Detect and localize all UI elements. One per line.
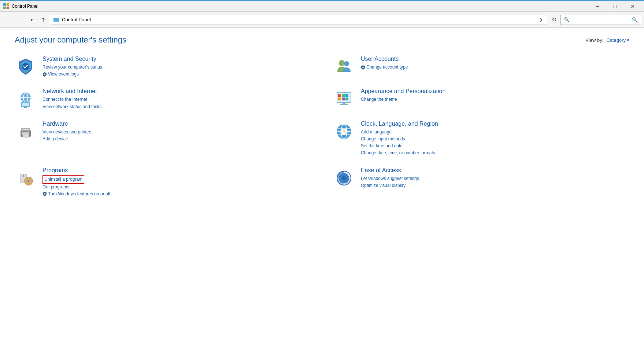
svg-rect-33 xyxy=(22,129,29,130)
link-connect-internet[interactable]: Connect to the Internet xyxy=(42,96,311,103)
link-change-date-formats[interactable]: Change date, time, or number formats xyxy=(361,150,629,157)
dropdown-recent-button[interactable]: ▾ xyxy=(26,15,37,25)
back-button[interactable]: ← xyxy=(3,15,13,25)
svg-rect-6 xyxy=(53,18,55,19)
title-bar-left: Control Panel xyxy=(3,3,38,10)
link-change-account-type[interactable]: Change account type xyxy=(361,64,629,71)
svg-point-53 xyxy=(44,193,46,195)
refresh-button[interactable]: ↻ xyxy=(549,15,559,25)
view-by-dropdown[interactable]: Category ▾ xyxy=(606,37,629,43)
view-by-label: View by: xyxy=(585,37,603,43)
svg-rect-29 xyxy=(340,104,348,105)
title-bar-title: Control Panel xyxy=(12,4,38,9)
category-ease-of-access: Ease of Access Let Windows suggest setti… xyxy=(333,167,629,198)
svg-rect-19 xyxy=(24,107,27,108)
search-input[interactable] xyxy=(564,17,630,22)
page-title: Adjust your computer's settings xyxy=(15,35,126,45)
shield-small-icon xyxy=(42,72,47,77)
main-header: Adjust your computer's settings View by:… xyxy=(15,35,629,45)
title-bar: Control Panel − □ ✕ xyxy=(0,0,644,12)
svg-point-51 xyxy=(28,180,29,182)
link-get-programs[interactable]: Get programs xyxy=(42,184,311,191)
link-view-event-logs[interactable]: View event logs xyxy=(42,71,311,78)
shield-small-icon2 xyxy=(361,65,365,70)
appearance-title[interactable]: Appearance and Personalization xyxy=(361,88,629,95)
forward-button[interactable]: → xyxy=(15,15,25,25)
ease-of-access-content: Ease of Access Let Windows suggest setti… xyxy=(361,167,629,189)
link-add-language[interactable]: Add a language xyxy=(361,129,629,136)
search-field[interactable]: 🔍 xyxy=(560,15,641,25)
svg-rect-23 xyxy=(342,94,345,97)
control-panel-icon xyxy=(3,3,10,10)
address-bar: ← → ▾ Control Panel ❯ ↻ 🔍 xyxy=(0,12,644,28)
link-windows-features[interactable]: Turn Windows features on or off xyxy=(42,191,311,198)
link-change-input-methods[interactable]: Change input methods xyxy=(361,136,629,143)
svg-rect-2 xyxy=(3,7,6,9)
svg-rect-1 xyxy=(7,3,9,6)
user-accounts-title[interactable]: User Accounts xyxy=(361,56,629,62)
link-add-device[interactable]: Add a device xyxy=(42,136,311,143)
clock-icon xyxy=(333,121,355,143)
title-bar-controls: − □ ✕ xyxy=(589,1,641,12)
link-windows-suggest-settings[interactable]: Let Windows suggest settings xyxy=(361,175,629,182)
view-by: View by: Category ▾ xyxy=(585,37,629,43)
svg-point-56 xyxy=(342,176,346,180)
category-system-security: System and Security Review your computer… xyxy=(15,56,311,78)
address-folder-icon xyxy=(53,16,60,23)
svg-point-10 xyxy=(344,61,349,66)
hardware-title[interactable]: Hardware xyxy=(42,121,311,127)
programs-content: Programs Uninstall a program Get program… xyxy=(42,167,311,198)
svg-rect-34 xyxy=(23,135,29,138)
category-programs: Programs Uninstall a program Get program… xyxy=(15,167,311,198)
hardware-content: Hardware View devices and printers Add a… xyxy=(42,121,311,143)
clock-title[interactable]: Clock, Language, and Region xyxy=(361,121,629,127)
svg-point-9 xyxy=(339,60,345,66)
link-optimize-visual-display[interactable]: Optimize visual display xyxy=(361,182,629,189)
up-arrow-icon xyxy=(40,17,46,23)
clock-content: Clock, Language, and Region Add a langua… xyxy=(361,121,629,157)
ease-of-access-title[interactable]: Ease of Access xyxy=(361,167,629,174)
programs-title[interactable]: Programs xyxy=(42,167,311,174)
user-accounts-content: User Accounts Change account type xyxy=(361,56,629,71)
category-user-accounts: User Accounts Change account type xyxy=(333,56,629,78)
appearance-icon xyxy=(333,88,355,110)
link-set-time-date[interactable]: Set the time and date xyxy=(361,143,629,150)
svg-point-8 xyxy=(44,73,46,75)
hardware-icon xyxy=(15,121,37,143)
svg-rect-25 xyxy=(338,98,341,100)
svg-point-45 xyxy=(344,131,344,132)
system-security-content: System and Security Review your computer… xyxy=(42,56,311,78)
system-security-title[interactable]: System and Security xyxy=(42,56,311,62)
category-appearance: Appearance and Personalization Change th… xyxy=(333,88,629,110)
link-view-network-status[interactable]: View network status and tasks xyxy=(42,103,311,110)
programs-icon xyxy=(15,167,37,189)
network-title[interactable]: Network and Internet xyxy=(42,88,311,95)
link-uninstall-program[interactable]: Uninstall a program xyxy=(42,175,84,184)
categories-grid: System and Security Review your computer… xyxy=(15,56,629,208)
main-content: Adjust your computer's settings View by:… xyxy=(0,28,644,342)
shield-small-icon3 xyxy=(42,191,47,196)
svg-rect-3 xyxy=(7,7,9,9)
link-review-status[interactable]: Review your computer's status xyxy=(42,64,311,71)
system-security-icon xyxy=(15,56,37,78)
link-change-theme[interactable]: Change the theme xyxy=(361,96,629,103)
minimize-button[interactable]: − xyxy=(589,1,606,12)
view-by-arrow: ▾ xyxy=(627,37,629,43)
svg-rect-27 xyxy=(345,98,348,100)
link-view-devices[interactable]: View devices and printers xyxy=(42,129,311,136)
search-icon: 🔍 xyxy=(632,17,638,23)
svg-rect-26 xyxy=(342,98,345,100)
address-chevron[interactable]: ❯ xyxy=(538,17,544,22)
category-hardware: Hardware View devices and printers Add a… xyxy=(15,121,311,157)
close-button[interactable]: ✕ xyxy=(624,1,641,12)
svg-rect-28 xyxy=(343,103,345,104)
svg-rect-0 xyxy=(3,3,6,6)
svg-rect-18 xyxy=(22,103,29,106)
svg-rect-24 xyxy=(345,94,348,97)
network-content: Network and Internet Connect to the Inte… xyxy=(42,88,311,110)
ease-of-access-icon xyxy=(333,167,355,189)
address-field[interactable]: Control Panel ❯ xyxy=(50,15,547,25)
maximize-button[interactable]: □ xyxy=(607,1,623,12)
svg-point-52 xyxy=(23,175,24,177)
up-button[interactable] xyxy=(38,15,48,25)
